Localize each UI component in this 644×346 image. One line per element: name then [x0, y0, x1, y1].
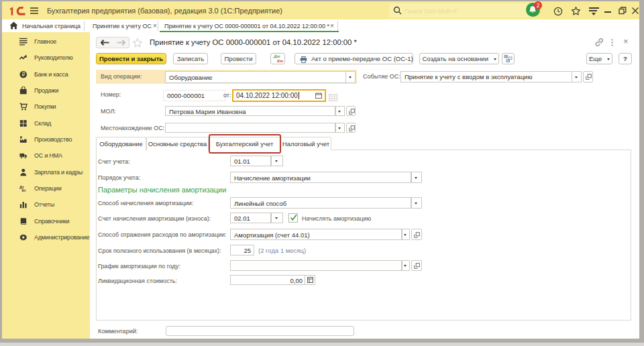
svg-text:Кт: Кт	[22, 188, 26, 192]
svg-text:₽: ₽	[22, 72, 25, 78]
